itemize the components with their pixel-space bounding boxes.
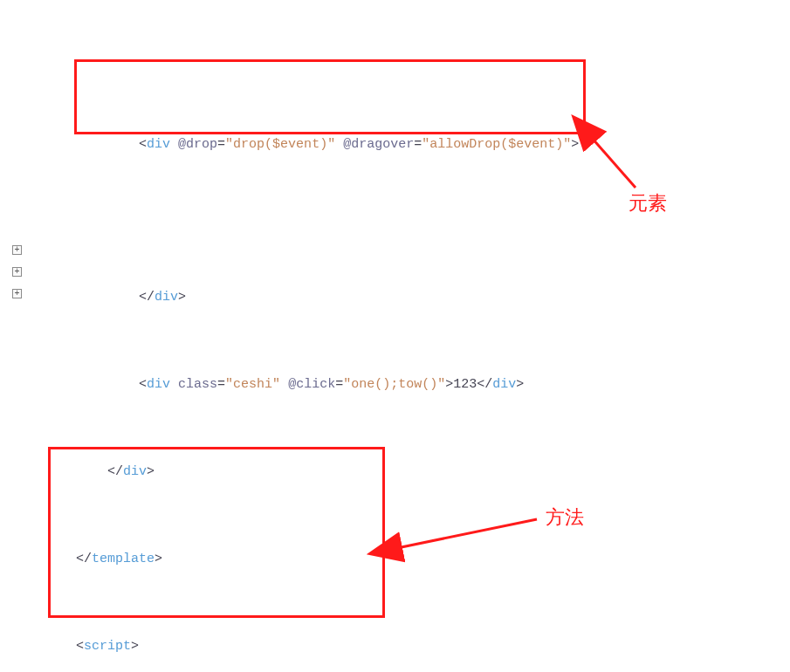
text-content: 123 xyxy=(453,377,477,392)
fold-icon[interactable]: + xyxy=(12,245,22,255)
code-line: <script> xyxy=(29,614,579,635)
svg-line-1 xyxy=(592,138,635,188)
code-line: <div class="ceshi" @click="one();tow()">… xyxy=(29,352,579,374)
code-area: <div @drop="drop($event)" @dragover="all… xyxy=(29,0,579,672)
code-line: <div @drop="drop($event)" @dragover="all… xyxy=(29,87,579,134)
code-line: </div> xyxy=(29,264,579,286)
gutter: + + + xyxy=(0,0,26,109)
annotation-label-elements: 元素 xyxy=(629,190,667,216)
fold-icon[interactable]: + xyxy=(12,289,22,298)
code-editor[interactable]: + + + <div @drop="drop($event)" @dragove… xyxy=(0,0,790,109)
code-line: </div> xyxy=(29,439,579,461)
annotation-label-methods: 方法 xyxy=(546,504,584,531)
fold-icon[interactable]: + xyxy=(12,267,22,277)
code-line: </template> xyxy=(29,526,579,548)
